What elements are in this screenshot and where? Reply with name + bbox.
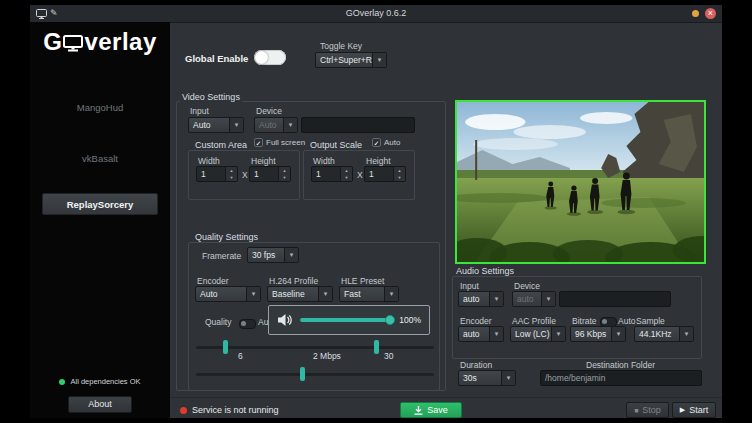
duration-label: Duration [460,360,492,370]
save-label: Save [427,405,448,415]
global-enable-toggle[interactable] [254,50,286,65]
audio-device-field[interactable] [559,291,671,307]
volume-percent: 100% [399,315,421,325]
chevron-down-icon: ▾ [246,287,260,301]
sample-value: 44.1KHz [635,327,679,341]
video-input-select[interactable]: Auto ▾ [188,117,244,133]
audio-input-select[interactable]: auto ▾ [458,291,504,307]
chevron-down-icon: ▾ [283,118,297,132]
toggle-key-label: Toggle Key [320,41,362,51]
quality-auto-toggle[interactable] [239,319,256,329]
framerate-select[interactable]: 30 fps ▾ [247,247,299,263]
bitrate-slider-handle[interactable] [300,367,305,381]
chevron-down-icon: ▾ [318,287,332,301]
status-ok-dot [59,379,65,385]
duration-value: 30s [459,371,501,385]
scale-width-spinbox[interactable]: 1 ▲ ▼ [311,166,353,182]
custom-width-spinbox[interactable]: 1 ▲ ▼ [196,166,238,182]
scale-height-spinbox[interactable]: 1 ▲ ▼ [364,166,406,182]
spin-up-icon: ▲ [394,167,405,174]
spin-buttons[interactable]: ▲ ▼ [340,167,352,181]
sidebar: G verlay MangoHud vkBasalt ReplaySorcery… [30,22,170,418]
chevron-down-icon: ▾ [489,327,503,341]
quality-max-handle[interactable] [374,340,379,354]
outputscale-auto-checkbox[interactable]: ✓ [372,138,381,147]
toggle-key-select[interactable]: Ctrl+Super+R ▾ [315,52,387,68]
output-scale-title: Output Scale [308,140,364,150]
scale-width-value: 1 [312,167,340,181]
volume-panel: 100% [268,305,430,335]
stop-icon: ■ [634,407,638,414]
volume-slider[interactable] [300,318,392,322]
scale-width-label: Width [313,156,335,166]
titlebar[interactable]: ✎ GOverlay 0.6.2 × [30,5,722,23]
spin-buttons[interactable]: ▲ ▼ [278,167,290,181]
custom-width-value: 1 [197,167,225,181]
chevron-down-icon: ▾ [229,118,243,132]
spin-up-icon: ▲ [341,167,352,174]
video-settings-title: Video Settings [180,92,242,102]
scale-separator: X [357,170,363,180]
custom-separator: X [242,170,248,180]
custom-height-value: 1 [250,167,278,181]
custom-area-title: Custom Area [193,140,249,150]
spin-buttons[interactable]: ▲ ▼ [393,167,405,181]
spin-buttons[interactable]: ▲ ▼ [225,167,237,181]
chevron-down-icon: ▾ [501,371,515,385]
about-button[interactable]: About [68,396,132,413]
sidebar-item-vkbasalt[interactable]: vkBasalt [30,153,170,164]
aac-profile-select[interactable]: Low (LC) ▾ [510,326,566,342]
save-icon [414,406,423,415]
chevron-down-icon: ▾ [551,327,565,341]
h264-profile-value: Baseline [268,287,318,301]
video-device-label: Device [256,106,282,116]
sample-select[interactable]: 44.1KHz ▾ [634,326,694,342]
close-button[interactable]: × [705,8,716,19]
video-device-select[interactable]: Auto ▾ [254,117,298,133]
stop-label: Stop [642,405,661,415]
destination-folder-field[interactable]: /home/benjamin [540,370,702,386]
spin-down-icon: ▼ [279,174,290,181]
dependencies-status-text: All dependencies OK [70,377,140,386]
duration-select[interactable]: 30s ▾ [458,370,516,386]
quality-range-track[interactable] [196,346,434,349]
encoder-value: Auto [196,287,246,301]
aac-profile-value: Low (LC) [511,327,551,341]
audio-device-select[interactable]: auto ▾ [512,291,556,307]
bitrate-slider-value: 2 Mbps [313,351,341,361]
app-window: ✎ GOverlay 0.6.2 × G verlay MangoHud vkB… [30,5,722,418]
sidebar-item-replaysorcery[interactable]: ReplaySorcery [42,193,158,215]
audio-encoder-select[interactable]: auto ▾ [458,326,504,342]
toggle-key-value: Ctrl+Super+R [316,53,372,67]
minimize-dot[interactable] [692,10,699,17]
hle-preset-select[interactable]: Fast ▾ [339,286,399,302]
quality-settings-title: Quality Settings [193,232,260,242]
video-device-field[interactable] [301,117,415,133]
fullscreen-checkbox[interactable]: ✓ [254,138,263,147]
sidebar-item-mangohud[interactable]: MangoHud [30,102,170,113]
quality-max-value: 30 [384,351,393,361]
save-button[interactable]: Save [400,402,462,418]
audio-input-label: Input [460,281,479,291]
audio-encoder-value: auto [459,327,489,341]
aac-profile-label: AAC Profile [512,316,556,326]
bitrate-slider-track[interactable] [196,373,434,376]
chevron-down-icon: ▾ [489,292,503,306]
quality-min-value: 6 [238,351,243,361]
bitrate-select[interactable]: 96 Kbps ▾ [570,326,626,342]
speaker-icon[interactable] [277,313,293,327]
stop-button[interactable]: ■ Stop [626,402,669,418]
h264-profile-select[interactable]: Baseline ▾ [267,286,333,302]
volume-slider-knob[interactable] [385,315,395,325]
encoder-select[interactable]: Auto ▾ [195,286,261,302]
audio-settings-title: Audio Settings [454,266,516,276]
service-status-dot [180,407,187,414]
framerate-value: 30 fps [248,248,284,262]
check-icon: ✓ [256,140,262,147]
chevron-down-icon: ▾ [679,327,693,341]
start-button[interactable]: ▶ Start [672,402,716,418]
custom-height-spinbox[interactable]: 1 ▲ ▼ [249,166,291,182]
quality-min-handle[interactable] [223,340,228,354]
play-icon: ▶ [680,406,685,414]
chevron-down-icon: ▾ [284,248,298,262]
